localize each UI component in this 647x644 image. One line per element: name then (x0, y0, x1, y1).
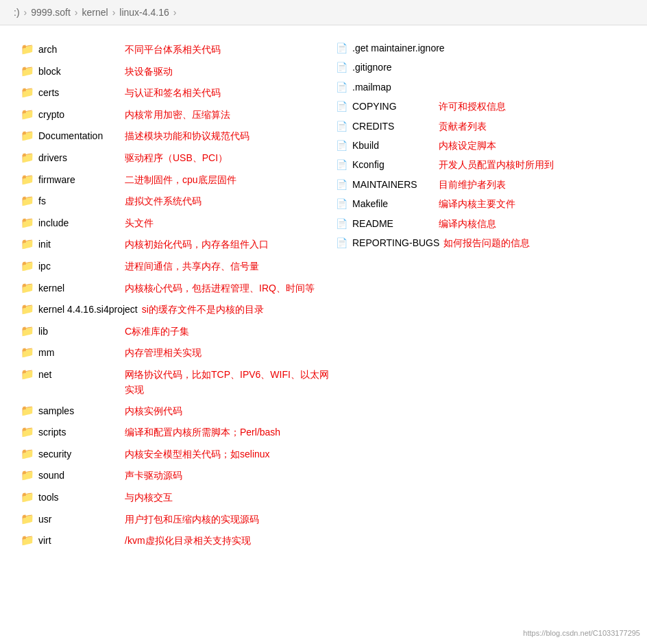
list-item[interactable]: 📄MAINTAINERS目前维护者列表 (336, 176, 626, 193)
item-name: REPORTING-BUGS (352, 235, 439, 250)
item-desc: 声卡驱动源码 (125, 468, 182, 483)
sep1: › (24, 7, 27, 18)
breadcrumb-home[interactable]: :) (14, 7, 20, 18)
list-item[interactable]: 📁kernel内核核心代码，包括进程管理、IRQ、时间等 (21, 278, 336, 298)
item-desc: 编译和配置内核所需脚本；Perl/bash (125, 425, 280, 440)
item-name: mm (38, 345, 121, 360)
list-item[interactable]: 📁init内核初始化代码，内存各组件入口 (21, 234, 336, 254)
file-icon: 📄 (336, 40, 348, 56)
item-desc: /kvm虚拟化目录相关支持实现 (125, 533, 251, 548)
item-desc: 内核安全模型相关代码；如selinux (125, 446, 270, 462)
file-explorer: 📁arch不同平台体系相关代码📁block块设备驱动📁certs与认证和签名相关… (0, 25, 647, 564)
item-desc: 与内核交互 (125, 490, 173, 505)
folder-icon: 📁 (21, 322, 34, 340)
file-icon: 📄 (336, 99, 348, 114)
list-item[interactable]: 📄Makefile编译内核主要文件 (336, 195, 626, 213)
folder-icon: 📁 (21, 423, 34, 441)
item-desc: 内核常用加密、压缩算法 (125, 107, 230, 122)
item-name: .mailmap (352, 80, 435, 95)
list-item[interactable]: 📁sound声卡驱动源码 (21, 465, 336, 486)
list-item[interactable]: 📁crypto内核常用加密、压缩算法 (21, 104, 336, 125)
item-desc: 二进制固件，cpu底层固件 (125, 172, 236, 187)
folder-icon: 📁 (21, 171, 34, 189)
breadcrumb-path3[interactable]: linux-4.4.16 (119, 7, 169, 18)
item-desc: 如何报告问题的信息 (443, 235, 530, 250)
item-name: kernel (38, 281, 121, 296)
folder-icon: 📁 (21, 344, 34, 361)
item-name: kernel 4.4.16.si4project (38, 302, 138, 317)
folder-icon: 📁 (21, 40, 34, 58)
list-item[interactable]: 📄.gitignore (336, 58, 626, 76)
list-item[interactable]: 📁usr用户打包和压缩内核的实现源码 (21, 509, 336, 529)
item-desc: 头文件 (125, 215, 154, 230)
folder-icon: 📁 (21, 149, 34, 167)
sep3: › (112, 7, 116, 18)
folder-icon: 📁 (21, 466, 34, 484)
item-name: .get maintainer.ignore (352, 40, 445, 56)
list-item[interactable]: 📁block块设备驱动 (21, 61, 336, 82)
sep2: › (75, 7, 78, 18)
list-item[interactable]: 📁virt/kvm虚拟化目录相关支持实现 (21, 530, 336, 551)
list-item[interactable]: 📄REPORTING-BUGS如何报告问题的信息 (336, 234, 626, 252)
item-name: COPYING (352, 99, 435, 114)
breadcrumb-path2[interactable]: kernel (82, 7, 108, 18)
folder-icon: 📁 (21, 106, 34, 123)
list-item[interactable]: 📄Kbuild内核设定脚本 (336, 136, 626, 154)
item-name: Documentation (38, 128, 121, 143)
item-name: certs (38, 85, 121, 100)
folder-icon: 📁 (21, 127, 34, 145)
item-name: lib (38, 324, 121, 339)
item-desc: 进程间通信，共享内存、信号量 (125, 259, 259, 274)
item-desc: 编译内核信息 (439, 216, 496, 231)
list-item[interactable]: 📄README编译内核信息 (336, 215, 626, 232)
list-item[interactable]: 📁include头文件 (21, 213, 336, 233)
list-item[interactable]: 📁ipc进程间通信，共享内存、信号量 (21, 256, 336, 276)
left-column: 📁arch不同平台体系相关代码📁block块设备驱动📁certs与认证和签名相关… (21, 39, 336, 551)
list-item[interactable]: 📁security内核安全模型相关代码；如selinux (21, 444, 336, 464)
list-item[interactable]: 📁fs虚拟文件系统代码 (21, 191, 336, 211)
list-item[interactable]: 📁firmware二进制固件，cpu底层固件 (21, 169, 336, 190)
item-desc: 虚拟文件系统代码 (125, 193, 202, 208)
right-column: 📄.get maintainer.ignore📄.gitignore📄.mail… (336, 39, 626, 551)
list-item[interactable]: 📁mm内存管理相关实现 (21, 342, 336, 363)
file-icon: 📄 (336, 157, 348, 172)
list-item[interactable]: 📁scripts编译和配置内核所需脚本；Perl/bash (21, 422, 336, 442)
list-item[interactable]: 📄.get maintainer.ignore (336, 39, 626, 57)
list-item[interactable]: 📁libC标准库的子集 (21, 321, 336, 342)
list-item[interactable]: 📁arch不同平台体系相关代码 (21, 39, 336, 60)
item-name: block (38, 64, 121, 79)
list-item[interactable]: 📄.mailmap (336, 78, 626, 96)
folder-icon: 📁 (21, 257, 34, 275)
item-desc: 块设备驱动 (125, 64, 173, 79)
item-desc: C标准库的子集 (125, 324, 189, 339)
list-item[interactable]: 📁Documentation描述模块功能和协议规范代码 (21, 126, 336, 146)
list-item[interactable]: 📁drivers驱动程序（USB、PCI） (21, 147, 336, 168)
item-desc: 编译内核主要文件 (439, 196, 515, 211)
item-name: ipc (38, 259, 121, 274)
breadcrumb-path1[interactable]: 9999.soft (31, 7, 71, 18)
folder-icon: 📁 (21, 366, 34, 383)
item-desc: 描述模块功能和协议规范代码 (125, 128, 249, 143)
list-item[interactable]: 📁tools与内核交互 (21, 487, 336, 508)
item-desc: 内核实例代码 (125, 403, 182, 418)
item-desc: 不同平台体系相关代码 (125, 42, 221, 57)
list-item[interactable]: 📄CREDITS贡献者列表 (336, 117, 626, 135)
item-name: net (38, 367, 121, 382)
item-desc: 内核设定脚本 (439, 138, 496, 153)
item-name: samples (38, 403, 121, 418)
list-item[interactable]: 📁net网络协议代码，比如TCP、IPV6、WIFI、以太网实现 (21, 364, 336, 399)
item-name: drivers (38, 150, 121, 165)
item-desc: 内存管理相关实现 (125, 345, 202, 360)
item-desc: 许可和授权信息 (439, 99, 506, 114)
list-item[interactable]: 📁kernel 4.4.16.si4projectsi的缓存文件不是内核的目录 (21, 299, 336, 320)
folder-icon: 📁 (21, 402, 34, 420)
item-name: sound (38, 468, 121, 483)
list-item[interactable]: 📁samples内核实例代码 (21, 401, 336, 421)
breadcrumb: :) › 9999.soft › kernel › linux-4.4.16 › (0, 0, 647, 25)
folder-icon: 📁 (21, 84, 34, 102)
item-desc: 内核初始化代码，内存各组件入口 (125, 237, 269, 252)
list-item[interactable]: 📄COPYING许可和授权信息 (336, 97, 626, 115)
list-item[interactable]: 📄Kconfig开发人员配置内核时所用到 (336, 156, 626, 174)
item-desc: 与认证和签名相关代码 (125, 85, 221, 100)
list-item[interactable]: 📁certs与认证和签名相关代码 (21, 82, 336, 103)
